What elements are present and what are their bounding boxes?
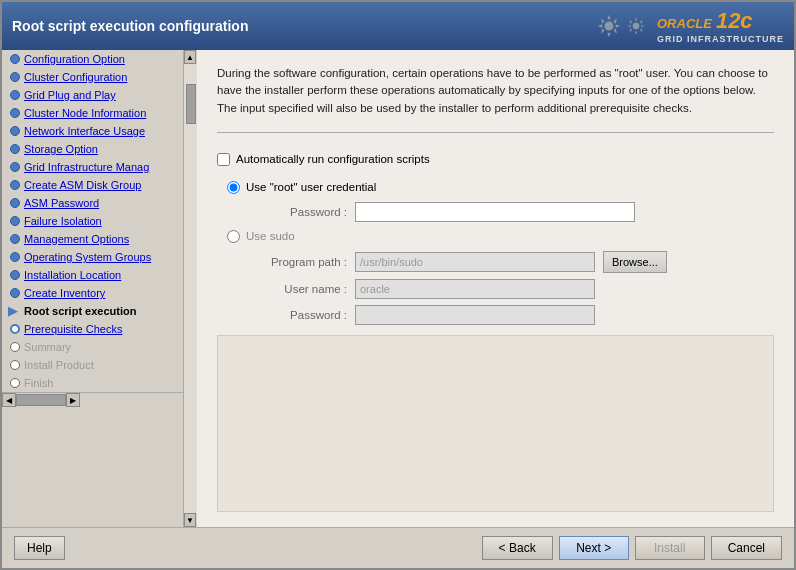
- footer: Help < Back Next > Install Cancel: [2, 527, 794, 568]
- active-arrow-icon: ▶: [8, 304, 17, 318]
- radio-root-label[interactable]: Use "root" user credential: [246, 181, 376, 193]
- scroll-right-button[interactable]: ▶: [66, 393, 80, 407]
- bullet-grid-infra-manage: [10, 162, 20, 172]
- sudo-username-input[interactable]: [355, 279, 595, 299]
- browse-button[interactable]: Browse...: [603, 251, 667, 273]
- bullet-install-product: [10, 360, 20, 370]
- scroll-left-button[interactable]: ◀: [2, 393, 16, 407]
- oracle-logo: ORACLE 12c GRID INFRASTRUCTURE: [595, 8, 784, 44]
- sidebar-label-configuration-option: Configuration Option: [24, 53, 125, 65]
- title-bar: Root script execution configuration ORAC…: [2, 2, 794, 50]
- oracle-brand: ORACLE: [657, 16, 712, 31]
- sidebar-item-asm-disk-group[interactable]: Create ASM Disk Group: [2, 176, 183, 194]
- sidebar-label-asm-password: ASM Password: [24, 197, 99, 209]
- sudo-password-row: Password :: [257, 305, 774, 325]
- sidebar-label-prerequisite-checks: Prerequisite Checks: [24, 323, 122, 335]
- gear-icon-large: [595, 12, 623, 40]
- sidebar-label-finish: Finish: [24, 377, 53, 389]
- sidebar-item-prerequisite-checks[interactable]: Prerequisite Checks: [2, 320, 183, 338]
- sidebar-item-grid-infra-manage[interactable]: Grid Infrastructure Manag: [2, 158, 183, 176]
- sudo-username-row: User name :: [257, 279, 774, 299]
- sidebar-item-install-product: Install Product: [2, 356, 183, 374]
- sidebar-item-asm-password[interactable]: ASM Password: [2, 194, 183, 212]
- sidebar-label-grid-plug-play: Grid Plug and Play: [24, 89, 116, 101]
- sidebar-item-summary: Summary: [2, 338, 183, 356]
- sidebar-label-asm-disk-group: Create ASM Disk Group: [24, 179, 141, 191]
- version-number: 12c: [716, 8, 753, 34]
- sidebar-wrapper: Configuration Option Cluster Configurati…: [2, 50, 197, 527]
- root-password-row: Password :: [257, 202, 774, 222]
- sidebar-label-root-script-execution: Root script execution: [24, 305, 136, 317]
- bullet-management-options: [10, 234, 20, 244]
- sidebar-item-management-options[interactable]: Management Options: [2, 230, 183, 248]
- root-password-input[interactable]: [355, 202, 635, 222]
- sudo-password-label: Password :: [257, 309, 347, 321]
- bullet-storage-option: [10, 144, 20, 154]
- sidebar-item-network-interface[interactable]: Network Interface Usage: [2, 122, 183, 140]
- bullet-grid-plug-play: [10, 90, 20, 100]
- install-button: Install: [635, 536, 705, 560]
- radio-sudo-row: Use sudo: [227, 230, 774, 243]
- sudo-program-label: Program path :: [257, 256, 347, 268]
- sidebar-item-os-groups[interactable]: Operating System Groups: [2, 248, 183, 266]
- horizontal-scroll-thumb[interactable]: [16, 394, 66, 406]
- sidebar-item-cluster-node-info[interactable]: Cluster Node Information: [2, 104, 183, 122]
- svg-point-1: [633, 23, 640, 30]
- sidebar-label-summary: Summary: [24, 341, 71, 353]
- bullet-summary: [10, 342, 20, 352]
- sidebar-item-root-script-execution[interactable]: ▶ Root script execution: [2, 302, 183, 320]
- vertical-scroll-thumb[interactable]: [186, 84, 196, 124]
- horizontal-scrollbar[interactable]: ◀ ▶: [2, 392, 183, 406]
- sidebar-label-grid-infra-manage: Grid Infrastructure Manag: [24, 161, 149, 173]
- sidebar-label-failure-isolation: Failure Isolation: [24, 215, 102, 227]
- bullet-installation-location: [10, 270, 20, 280]
- sidebar-label-network-interface: Network Interface Usage: [24, 125, 145, 137]
- radio-sudo[interactable]: [227, 230, 240, 243]
- sidebar-item-failure-isolation[interactable]: Failure Isolation: [2, 212, 183, 230]
- radio-root-row: Use "root" user credential: [227, 181, 774, 194]
- sidebar-label-create-inventory: Create Inventory: [24, 287, 105, 299]
- cancel-button[interactable]: Cancel: [711, 536, 782, 560]
- auto-run-label[interactable]: Automatically run configuration scripts: [236, 153, 430, 165]
- bullet-cluster-configuration: [10, 72, 20, 82]
- root-password-label: Password :: [257, 206, 347, 218]
- sidebar-label-install-product: Install Product: [24, 359, 94, 371]
- root-password-fields: Password :: [257, 202, 774, 222]
- sidebar-item-create-inventory[interactable]: Create Inventory: [2, 284, 183, 302]
- sidebar-label-cluster-node-info: Cluster Node Information: [24, 107, 146, 119]
- sidebar-label-os-groups: Operating System Groups: [24, 251, 151, 263]
- sudo-username-label: User name :: [257, 283, 347, 295]
- content-panel: During the software configuration, certa…: [197, 50, 794, 527]
- sidebar-item-installation-location[interactable]: Installation Location: [2, 266, 183, 284]
- radio-root[interactable]: [227, 181, 240, 194]
- radio-sudo-label[interactable]: Use sudo: [246, 230, 295, 242]
- bullet-network-interface: [10, 126, 20, 136]
- section-divider-top: [217, 132, 774, 133]
- auto-run-checkbox-row: Automatically run configuration scripts: [217, 153, 774, 166]
- sidebar-label-management-options: Management Options: [24, 233, 129, 245]
- gear-icon-small: [625, 15, 647, 37]
- bullet-prerequisite-checks: [10, 324, 20, 334]
- sidebar-item-cluster-configuration[interactable]: Cluster Configuration: [2, 68, 183, 86]
- sudo-password-input[interactable]: [355, 305, 595, 325]
- sidebar-item-grid-plug-play[interactable]: Grid Plug and Play: [2, 86, 183, 104]
- description-text: During the software configuration, certa…: [217, 65, 774, 117]
- scroll-down-button[interactable]: ▼: [184, 513, 196, 527]
- main-content: Configuration Option Cluster Configurati…: [2, 50, 794, 527]
- window-title: Root script execution configuration: [12, 18, 248, 34]
- sidebar-item-configuration-option[interactable]: Configuration Option: [2, 50, 183, 68]
- footer-buttons: < Back Next > Install Cancel: [482, 536, 782, 560]
- bullet-os-groups: [10, 252, 20, 262]
- bullet-asm-disk-group: [10, 180, 20, 190]
- auto-run-checkbox[interactable]: [217, 153, 230, 166]
- sudo-program-input[interactable]: [355, 252, 595, 272]
- sidebar-vertical-scrollbar[interactable]: ▲ ▼: [183, 50, 197, 527]
- product-name: GRID INFRASTRUCTURE: [657, 34, 784, 44]
- next-button[interactable]: Next >: [559, 536, 629, 560]
- back-button[interactable]: < Back: [482, 536, 553, 560]
- bullet-failure-isolation: [10, 216, 20, 226]
- bullet-asm-password: [10, 198, 20, 208]
- help-button[interactable]: Help: [14, 536, 65, 560]
- sidebar-item-storage-option[interactable]: Storage Option: [2, 140, 183, 158]
- scroll-up-button[interactable]: ▲: [184, 50, 196, 64]
